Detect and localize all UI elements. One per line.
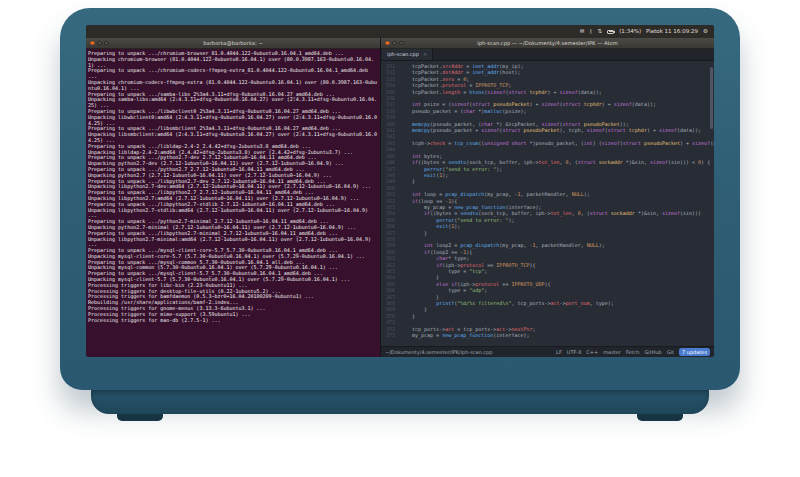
system-top-panel: ✉ᛒ⇅ (1:34%) Piatok 11 16:09:29 ⚙ <box>86 25 714 38</box>
terminal-titlebar[interactable]: barborka@barborka: ~ <box>86 38 380 49</box>
status-items: LFUTF-8C++masterFetchGitHubGit <box>556 349 674 355</box>
terminal-title: barborka@barborka: ~ <box>86 38 380 49</box>
code-line: my_pcap = new_pcap_function(interface); <box>400 332 714 338</box>
mail-icon[interactable]: ✉ <box>580 25 585 38</box>
status-item[interactable]: GitHub <box>644 349 661 355</box>
tab-bar: iph-scan.cpp × <box>381 49 714 61</box>
terminal-output[interactable]: Preparing to unpack .../chromium-browser… <box>86 49 380 357</box>
terminal-output-line: Processing triggers for man-db (2.7.5-1)… <box>88 318 378 324</box>
session-gear-icon[interactable]: ⚙ <box>703 25 708 38</box>
maximize-button[interactable] <box>399 41 404 46</box>
status-item[interactable]: master <box>603 349 621 355</box>
code-area[interactable]: tcpPacket.srcAddr = inet_addr(my_ip); tc… <box>398 61 714 346</box>
laptop-foot-left <box>117 414 163 421</box>
tab-label: iph-scan.cpp <box>387 49 419 60</box>
status-item[interactable]: Git <box>667 349 674 355</box>
status-file-path[interactable]: ~/Dokumenty/4.semester/IPK/iph-scan.cpp <box>385 349 551 355</box>
clock-indicator[interactable]: Piatok 11 16:09:29 <box>646 25 698 38</box>
editor-gutter: 3313323333343353363373383393403413423433… <box>381 61 398 346</box>
battery-label[interactable]: (1:34%) <box>619 25 641 38</box>
laptop-lid: ✉ᛒ⇅ (1:34%) Piatok 11 16:09:29 ⚙ barbor <box>60 8 740 390</box>
atom-titlebar[interactable]: iph-scan.cpp — ~/Dokumenty/4.semester/IP… <box>381 38 714 49</box>
status-item[interactable]: C++ <box>586 349 598 355</box>
status-bar: ~/Dokumenty/4.semester/IPK/iph-scan.cpp … <box>381 346 714 357</box>
atom-title: iph-scan.cpp — ~/Dokumenty/4.semester/IP… <box>381 38 714 49</box>
updates-badge[interactable]: 7 updates <box>679 348 710 356</box>
terminal-output-line: Unpacking libsmbclient:amd64 (2:4.3.11+d… <box>88 132 378 144</box>
battery-icon[interactable] <box>607 30 614 34</box>
editor-pane[interactable]: 3313323333343353363373383393403413423433… <box>381 61 714 346</box>
network-icon[interactable]: ⇅ <box>598 25 603 38</box>
laptop-base <box>91 390 709 414</box>
minimize-button[interactable] <box>97 41 102 46</box>
indicator-icons: ✉ᛒ⇅ <box>580 25 603 38</box>
laptop-feet <box>117 414 683 421</box>
desktop: barborka@barborka: ~ Preparing to unpack… <box>86 38 714 357</box>
status-item[interactable]: UTF-8 <box>567 349 582 355</box>
tab-iph-scan[interactable]: iph-scan.cpp × <box>382 49 433 60</box>
code-line: tcph->check = tcp_csum((unsigned short *… <box>400 140 714 146</box>
tab-close-icon[interactable]: × <box>423 49 428 60</box>
close-button[interactable] <box>90 41 95 46</box>
status-item[interactable]: Fetch <box>626 349 640 355</box>
line-number: 373 <box>381 332 395 338</box>
laptop-foot-right <box>637 414 683 421</box>
screen: ✉ᛒ⇅ (1:34%) Piatok 11 16:09:29 ⚙ barbor <box>86 25 714 357</box>
maximize-button[interactable] <box>104 41 109 46</box>
bluetooth-icon[interactable]: ᛒ <box>589 25 592 38</box>
editor-scrollbar[interactable] <box>710 67 713 129</box>
terminal-window: barborka@barborka: ~ Preparing to unpack… <box>86 38 381 357</box>
terminal-output-line: Unpacking chromium-codecs-ffmpeg-extra (… <box>88 80 378 92</box>
code-line: memcpy(pseudo_packet + sizeof(struct pse… <box>400 127 714 133</box>
atom-window: iph-scan.cpp — ~/Dokumenty/4.semester/IP… <box>381 38 714 357</box>
close-button[interactable] <box>385 41 390 46</box>
status-item[interactable]: LF <box>556 349 562 355</box>
laptop-frame: ✉ᛒ⇅ (1:34%) Piatok 11 16:09:29 ⚙ barbor <box>60 8 740 421</box>
minimize-button[interactable] <box>392 41 397 46</box>
